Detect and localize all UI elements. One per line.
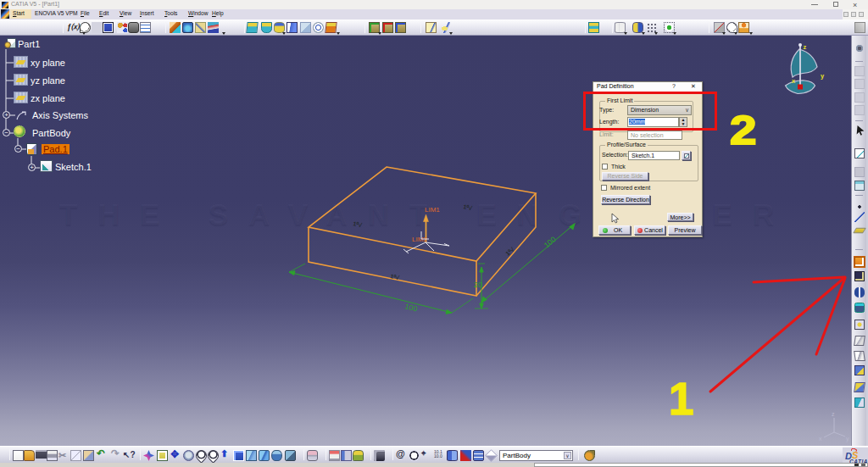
svg-text:1⁰√: 1⁰√	[504, 246, 515, 257]
svg-text:100: 100	[404, 302, 419, 313]
svg-text:1⁰√: 1⁰√	[463, 203, 473, 211]
svg-text:20: 20	[474, 281, 482, 289]
svg-text:1⁰√: 1⁰√	[390, 272, 400, 281]
svg-text:LIM1: LIM1	[425, 206, 440, 214]
svg-text:y: y	[821, 72, 825, 80]
svg-text:1⁰√: 1⁰√	[353, 220, 363, 228]
svg-text:z: z	[832, 411, 835, 417]
svg-text:y: y	[846, 436, 849, 442]
svg-text:z: z	[804, 43, 807, 51]
svg-text:x: x	[819, 436, 822, 442]
svg-text:100: 100	[542, 235, 558, 249]
